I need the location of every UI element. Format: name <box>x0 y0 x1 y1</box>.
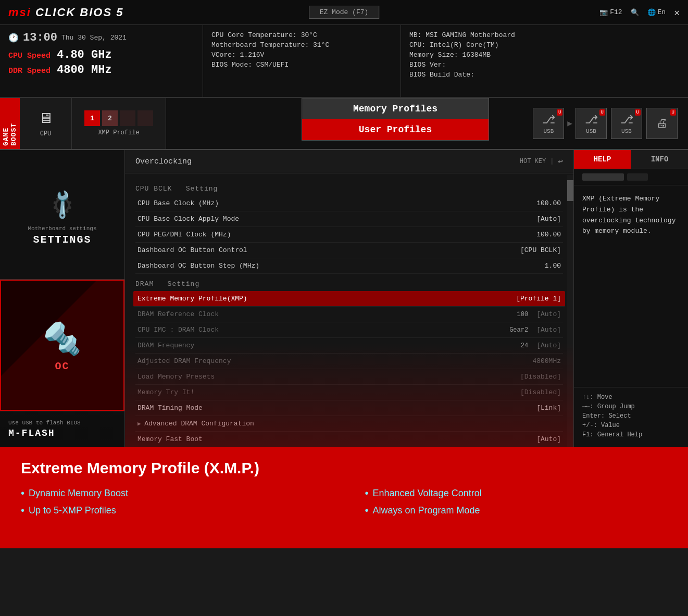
game-boost-label: GAME BOOST <box>0 98 20 149</box>
features-right: • Enhanced Voltage Control • Always on P… <box>365 487 668 522</box>
temperature-info: CPU Core Temperature: 30°C Motherboard T… <box>203 25 401 97</box>
user-profiles-tab[interactable]: User Profiles <box>302 119 489 140</box>
sidebar-item-oc[interactable]: 🔩 OC <box>0 280 124 411</box>
profile-dropdown-container: Memory Profiles User Profiles <box>166 98 522 149</box>
mflash-area[interactable]: Use USB to flash BIOS M-FLASH <box>0 411 124 447</box>
back-button[interactable]: ↩ <box>558 156 563 167</box>
screenshot-button[interactable]: 📷 F12 <box>599 8 622 17</box>
feature-dynamic-memory: • Dynamic Memory Boost <box>21 487 323 499</box>
usb-icon-2[interactable]: U ⎇ USB <box>576 108 607 139</box>
ez-mode-button[interactable]: EZ Mode (F7) <box>309 6 380 19</box>
settings-icon-area: ⚙ 🔧 <box>10 184 114 225</box>
nav-tabs: 🖥 CPU 1 2 XMP Profile Memory Profiles Us… <box>20 98 688 149</box>
camera-icon: 📷 <box>599 8 608 17</box>
current-time: 13:00 <box>23 31 57 44</box>
tab-xmp[interactable]: 1 2 XMP Profile <box>72 98 166 149</box>
keybind-select: Enter: Select <box>582 412 680 420</box>
feature-text-1: Dynamic Memory Boost <box>29 488 128 499</box>
usb-badge-4: U <box>670 109 676 116</box>
settings-list: CPU BCLK Setting CPU Base Clock (MHz) 10… <box>125 173 573 445</box>
usb-icon-1[interactable]: U ⎇ USB <box>533 108 564 139</box>
mflash-sublabel: Use USB to flash BIOS <box>8 420 116 426</box>
feature-text-4: Always on Program Mode <box>373 505 480 516</box>
close-button[interactable]: ✕ <box>674 7 680 18</box>
row-cpu-peg-dmi[interactable]: CPU PEG/DMI Clock (MHz) 100.00 <box>135 227 563 243</box>
row-cpu-base-clock[interactable]: CPU Base Clock (MHz) 100.00 <box>135 196 563 211</box>
section-dram: DRAM Setting <box>135 274 563 291</box>
row-dram-timing-mode[interactable]: DRAM Timing Mode [Link] <box>135 400 563 416</box>
tab-cpu[interactable]: 🖥 CPU <box>20 98 72 149</box>
info-tab[interactable]: INFO <box>631 150 688 169</box>
scrollbar-thumb[interactable] <box>567 180 573 201</box>
feature-enhanced-voltage: • Enhanced Voltage Control <box>365 487 668 499</box>
row-memory-fast-boot[interactable]: Memory Fast Boot [Auto] <box>135 432 563 445</box>
xmp-box-4 <box>137 110 153 126</box>
memory-profiles-tab[interactable]: Memory Profiles <box>302 98 489 119</box>
game-boost-bar: GAME BOOST 🖥 CPU 1 2 XMP Profile Memory … <box>0 98 688 150</box>
sidebar-item-settings[interactable]: ⚙ 🔧 Motherboard settings SETTINGS <box>0 150 124 280</box>
row-adjusted-dram: Adjusted DRAM Frequency 4800MHz <box>135 354 563 369</box>
printer-symbol: 🖨 <box>656 117 668 131</box>
ddr-speed-value: 4800 MHz <box>57 64 112 77</box>
feature-always-on: • Always on Program Mode <box>365 505 668 517</box>
mflash-label: M-FLASH <box>8 428 116 438</box>
row-advanced-dram[interactable]: Advanced DRAM Configuration <box>135 416 563 432</box>
panel-graphic <box>574 169 688 185</box>
xmp-box-1[interactable]: 1 <box>84 110 100 126</box>
help-tab[interactable]: HELP <box>574 150 631 169</box>
usb-icon-3[interactable]: U ⎇ USB <box>611 108 642 139</box>
bullet-icon-2: • <box>21 505 24 517</box>
help-text: XMP (Extreme Memory Profile) is the over… <box>582 194 680 237</box>
globe-icon: 🌐 <box>647 8 656 17</box>
feature-text-2: Up to 5-XMP Profiles <box>29 505 116 516</box>
clock-icon: 🕐 <box>8 33 19 43</box>
section-cpu-bclk: CPU BCLK Setting <box>135 179 563 196</box>
banner-features: • Dynamic Memory Boost • Up to 5-XMP Pro… <box>21 487 667 522</box>
bullet-icon-3: • <box>365 487 369 499</box>
keybind-move: ↑↓: Move <box>582 394 680 401</box>
row-cpu-base-clock-apply[interactable]: CPU Base Clock Apply Mode [Auto] <box>135 211 563 227</box>
feature-xmp-profiles: • Up to 5-XMP Profiles <box>21 505 323 517</box>
cpu-speed-value: 4.80 GHz <box>57 48 112 61</box>
xmp-box-2[interactable]: 2 <box>102 110 118 126</box>
usb-badge-2: U <box>599 109 605 116</box>
scrollbar-track[interactable] <box>567 175 573 447</box>
usb-symbol-1: ⎇ <box>542 113 555 127</box>
row-memory-try-it[interactable]: Memory Try It! [Disabled] <box>135 385 563 400</box>
current-date: Thu 30 Sep, 2021 <box>61 34 127 42</box>
oc-header: Overclocking HOT KEY | ↩ <box>125 150 573 173</box>
usb-symbol-3: ⎇ <box>620 113 633 127</box>
keybind-help: F1: General Help <box>582 431 680 438</box>
mb-name: MB: MSI GAMING Motherboard <box>409 31 680 39</box>
banner-title: Extreme Memory Profile (X.M.P.) <box>21 459 667 477</box>
center-content: Overclocking HOT KEY | ↩ CPU BCLK Settin… <box>125 150 573 447</box>
usb-badge-3: U <box>635 109 641 116</box>
right-panel: HELP INFO XMP (Extreme Memory Profile) i… <box>573 150 688 447</box>
cpu-icon: 🖥 <box>39 109 53 127</box>
info-bar: 🕐 13:00 Thu 30 Sep, 2021 CPU Speed 4.80 … <box>0 25 688 98</box>
oc-icon-area: 🔩 <box>11 319 113 360</box>
right-tabs: HELP INFO <box>574 150 688 169</box>
row-dashboard-oc-button-control[interactable]: Dashboard OC Button Control [CPU BCLK] <box>135 243 563 258</box>
tab-cpu-label: CPU <box>40 130 52 137</box>
usb-icon-4[interactable]: U 🖨 <box>646 108 678 139</box>
ddr-speed-label: DDR Speed <box>8 67 51 76</box>
keybind-group-jump: →←: Group Jump <box>582 403 680 410</box>
row-dashboard-oc-step[interactable]: Dashboard OC Button Step (MHz) 1.00 <box>135 258 563 274</box>
language-button[interactable]: 🌐 En <box>647 8 666 17</box>
graphic-bar-2 <box>627 173 648 181</box>
row-load-memory-presets[interactable]: Load Memory Presets [Disabled] <box>135 369 563 385</box>
row-dram-frequency[interactable]: DRAM Frequency 24 [Auto] <box>135 338 563 354</box>
row-dram-ref-clock[interactable]: DRAM Reference Clock 100 [Auto] <box>135 307 563 322</box>
profile-dropdown: Memory Profiles User Profiles <box>302 98 489 141</box>
cpu-name: CPU: Intel(R) Core(TM) <box>409 41 680 49</box>
row-xmp[interactable]: Extreme Memory Profile(XMP) [Profile 1] <box>133 291 565 307</box>
bullet-icon-4: • <box>365 505 369 517</box>
usb-symbol-2: ⎇ <box>585 113 598 127</box>
mb-temp: Motherboard Temperature: 31°C <box>211 41 392 49</box>
features-left: • Dynamic Memory Boost • Up to 5-XMP Pro… <box>21 487 323 522</box>
bios-ver: BIOS Ver: <box>409 61 680 69</box>
bullet-icon-1: • <box>21 487 24 499</box>
search-button[interactable]: 🔍 <box>631 8 639 17</box>
row-cpu-imc-dram[interactable]: CPU IMC : DRAM Clock Gear2 [Auto] <box>135 322 563 338</box>
